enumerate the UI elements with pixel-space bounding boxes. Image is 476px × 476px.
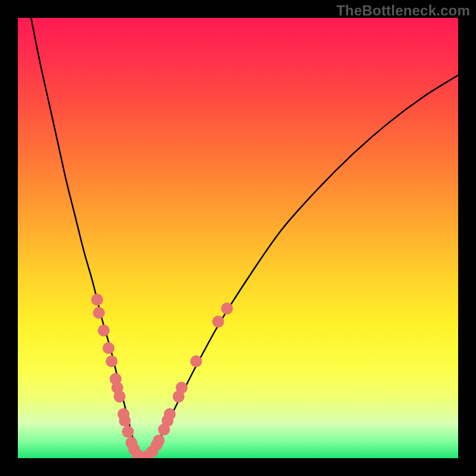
curve-marker [190, 355, 202, 367]
curve-marker [102, 342, 114, 354]
watermark-text: TheBottleneck.com [336, 2, 470, 19]
curve-marker [164, 408, 176, 420]
curve-marker [114, 390, 126, 402]
bottleneck-curve [31, 18, 458, 458]
curve-marker [212, 316, 224, 328]
curve-marker [122, 426, 134, 438]
curve-marker [176, 382, 187, 394]
curve-markers [91, 294, 233, 458]
curve-marker [91, 294, 103, 306]
curve-marker [106, 355, 118, 367]
curve-marker [153, 434, 165, 446]
plot-area [18, 18, 458, 458]
chart-frame: TheBottleneck.com [0, 0, 476, 476]
curve-marker [221, 302, 233, 314]
curve-marker [93, 307, 105, 319]
curve-marker [119, 415, 131, 427]
curve-marker [98, 324, 109, 336]
chart-svg [18, 18, 458, 458]
